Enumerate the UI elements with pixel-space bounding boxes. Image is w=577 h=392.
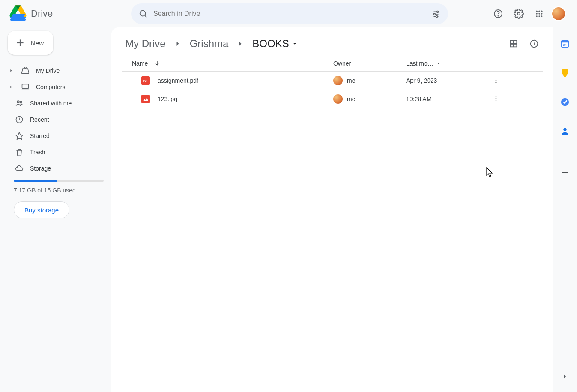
starred-icon (15, 132, 24, 140)
dropdown-icon (436, 61, 441, 66)
svg-text:31: 31 (563, 43, 567, 47)
file-modified: 10:28 AM (406, 96, 431, 102)
search-options-icon[interactable] (428, 5, 445, 22)
storage-bar (14, 180, 104, 182)
dropdown-icon (292, 41, 298, 47)
svg-point-50 (563, 128, 566, 131)
account-avatar[interactable] (551, 6, 566, 21)
svg-point-16 (538, 13, 540, 14)
svg-rect-46 (562, 41, 569, 43)
nav-recent[interactable]: Recent (6, 111, 105, 128)
details-icon[interactable] (526, 35, 543, 52)
side-panel: 31 (553, 27, 577, 392)
main-header-icons (505, 35, 543, 52)
expand-icon[interactable] (8, 69, 15, 73)
file-modified: Apr 9, 2023 (406, 77, 437, 84)
pdf-icon: PDF (141, 76, 150, 85)
divider (561, 152, 569, 152)
settings-icon[interactable] (510, 5, 527, 22)
nav-trash[interactable]: Trash (6, 144, 105, 160)
apps-grid-icon[interactable] (531, 5, 548, 22)
svg-point-10 (498, 16, 499, 16)
support-icon[interactable] (490, 5, 507, 22)
chevron-right-icon (171, 39, 185, 48)
column-modified[interactable]: Last mo… (406, 60, 487, 67)
main-header: My Drive Grishma BOOKS (111, 27, 553, 56)
hide-panel-icon[interactable] (556, 368, 574, 385)
calendar-icon[interactable]: 31 (556, 35, 574, 52)
svg-point-14 (541, 11, 542, 12)
svg-point-18 (536, 15, 538, 17)
buy-storage-button[interactable]: Buy storage (14, 201, 69, 218)
svg-point-12 (536, 11, 538, 12)
top-bar: Drive (0, 0, 577, 27)
add-addon-icon[interactable] (556, 164, 574, 181)
new-button[interactable]: New (8, 31, 53, 55)
svg-point-42 (496, 96, 497, 97)
nav-label: Starred (30, 132, 50, 139)
list-header: Name Owner Last mo… (122, 56, 543, 72)
svg-rect-29 (511, 41, 513, 43)
nav-label: Shared with me (30, 100, 72, 107)
svg-rect-41 (141, 95, 150, 103)
owner-avatar (333, 76, 343, 85)
svg-point-7 (434, 13, 436, 15)
keep-icon[interactable] (556, 64, 574, 81)
tasks-icon[interactable] (556, 93, 574, 111)
contacts-icon[interactable] (556, 123, 574, 140)
svg-point-38 (496, 77, 497, 78)
nav-computers[interactable]: Computers (6, 79, 105, 95)
search-bar[interactable] (131, 3, 448, 24)
svg-point-17 (541, 13, 542, 14)
column-name-label: Name (132, 60, 148, 67)
drive-logo[interactable]: Drive (3, 5, 111, 22)
storage-icon (15, 164, 24, 173)
search-input[interactable] (152, 10, 428, 18)
breadcrumb: My Drive Grishma BOOKS (122, 36, 301, 51)
file-name: assignment.pdf (158, 77, 198, 84)
svg-point-8 (436, 16, 438, 18)
svg-marker-28 (16, 132, 23, 140)
main-content: My Drive Grishma BOOKS Na (111, 27, 553, 392)
image-icon (141, 95, 150, 103)
svg-point-19 (538, 15, 540, 17)
svg-rect-30 (514, 41, 517, 43)
column-name[interactable]: Name (132, 60, 333, 67)
trash-icon (15, 148, 24, 156)
breadcrumb-mid[interactable]: Grishma (186, 36, 232, 51)
nav-label: Recent (30, 116, 49, 123)
breadcrumb-root[interactable]: My Drive (122, 36, 169, 51)
shared-icon (15, 99, 24, 108)
column-owner[interactable]: Owner (333, 60, 406, 67)
more-icon[interactable] (492, 76, 500, 85)
svg-rect-31 (511, 44, 513, 47)
nav-starred[interactable]: Starred (6, 128, 105, 144)
svg-rect-48 (564, 76, 566, 77)
svg-line-5 (145, 15, 146, 17)
more-icon[interactable] (492, 95, 500, 104)
svg-point-13 (538, 11, 540, 12)
breadcrumb-current[interactable]: BOOKS (249, 36, 301, 51)
new-button-label: New (31, 39, 44, 47)
svg-point-11 (517, 12, 520, 15)
top-right-icons (490, 5, 574, 22)
nav-label: Storage (30, 165, 51, 172)
expand-icon[interactable] (8, 85, 15, 89)
nav-shared[interactable]: Shared with me (6, 95, 105, 111)
chevron-right-icon (233, 39, 247, 48)
owner-avatar (333, 94, 343, 104)
svg-point-26 (20, 101, 22, 103)
sort-down-icon (154, 60, 161, 67)
nav-storage[interactable]: Storage (6, 160, 105, 177)
file-row[interactable]: PDF assignment.pdf me Apr 9, 2023 (122, 72, 543, 90)
grid-view-icon[interactable] (505, 35, 522, 52)
svg-point-44 (496, 100, 497, 101)
svg-point-39 (496, 79, 497, 81)
search-icon[interactable] (135, 5, 152, 22)
svg-marker-2 (11, 14, 26, 18)
nav-my-drive[interactable]: My Drive (6, 63, 105, 79)
computers-icon (21, 83, 30, 91)
file-owner: me (347, 96, 355, 102)
svg-point-6 (437, 11, 439, 13)
file-row[interactable]: 123.jpg me 10:28 AM (122, 90, 543, 108)
